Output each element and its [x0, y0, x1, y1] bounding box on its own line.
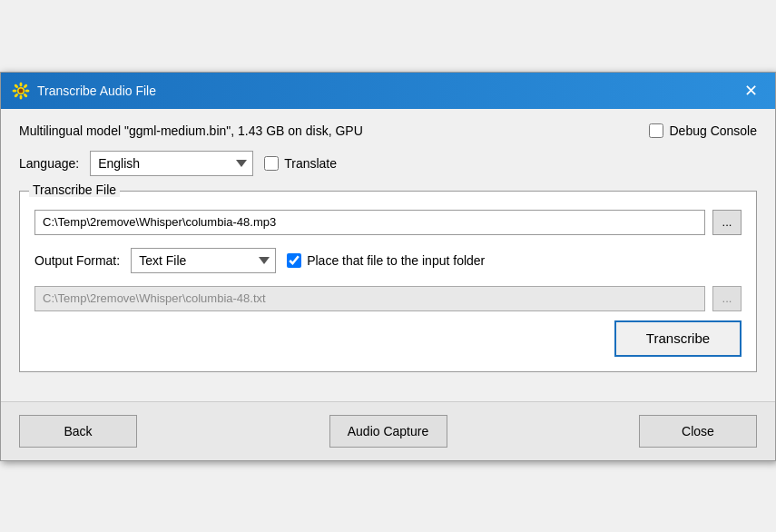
transcribe-file-group: Transcribe File ... Output Format: Text …: [19, 191, 757, 372]
translate-text: Translate: [284, 156, 337, 171]
close-button[interactable]: ✕: [737, 80, 764, 102]
dialog-title: Transcribe Audio File: [37, 84, 156, 98]
dialog-window: Transcribe Audio File ✕ Multilingual mod…: [0, 72, 776, 461]
group-box-title: Transcribe File: [29, 182, 120, 197]
transcribe-button[interactable]: Transcribe: [614, 320, 742, 357]
info-row: Multilingual model "ggml-medium.bin", 1.…: [19, 123, 757, 138]
file-input-row: ...: [34, 210, 742, 235]
output-path-row: ...: [34, 286, 742, 311]
svg-point-9: [14, 93, 19, 98]
model-info-text: Multilingual model "ggml-medium.bin", 1.…: [19, 123, 363, 138]
transcribe-button-row: Transcribe: [34, 320, 742, 357]
svg-point-3: [20, 94, 23, 99]
debug-console-label[interactable]: Debug Console: [649, 123, 757, 138]
language-label: Language:: [19, 156, 79, 171]
language-row: Language: English French German Spanish …: [19, 151, 757, 176]
svg-point-2: [20, 82, 23, 86]
output-format-select[interactable]: Text File SRT Subtitle VTT Subtitle JSON…: [131, 248, 276, 273]
place-file-checkbox[interactable]: [287, 253, 301, 268]
back-button[interactable]: Back: [19, 415, 137, 448]
output-browse-button[interactable]: ...: [712, 286, 742, 311]
debug-console-checkbox[interactable]: [649, 123, 663, 138]
svg-point-4: [13, 89, 17, 92]
close-dialog-button[interactable]: Close: [639, 415, 757, 448]
svg-point-7: [23, 93, 28, 98]
language-select[interactable]: English French German Spanish Japanese C…: [90, 151, 253, 176]
file-browse-button[interactable]: ...: [712, 210, 742, 235]
place-file-label[interactable]: Place that file to the input folder: [287, 253, 485, 268]
output-format-label: Output Format:: [34, 253, 120, 268]
svg-point-8: [23, 84, 28, 89]
svg-point-6: [14, 84, 19, 89]
svg-point-5: [25, 89, 30, 92]
output-format-row: Output Format: Text File SRT Subtitle VT…: [34, 248, 742, 273]
debug-console-text: Debug Console: [669, 123, 757, 138]
dialog-body: Multilingual model "ggml-medium.bin", 1.…: [1, 109, 775, 401]
translate-label[interactable]: Translate: [264, 156, 337, 171]
file-path-input[interactable]: [34, 210, 705, 235]
audio-capture-button[interactable]: Audio Capture: [329, 415, 447, 448]
sunflower-icon: [12, 82, 30, 100]
svg-point-1: [19, 88, 24, 93]
output-path-input[interactable]: [34, 286, 705, 311]
dialog-footer: Back Audio Capture Close: [1, 401, 775, 460]
place-file-text: Place that file to the input folder: [307, 253, 485, 268]
translate-checkbox[interactable]: [264, 156, 279, 171]
title-bar: Transcribe Audio File ✕: [1, 73, 775, 109]
title-bar-left: Transcribe Audio File: [12, 82, 156, 100]
